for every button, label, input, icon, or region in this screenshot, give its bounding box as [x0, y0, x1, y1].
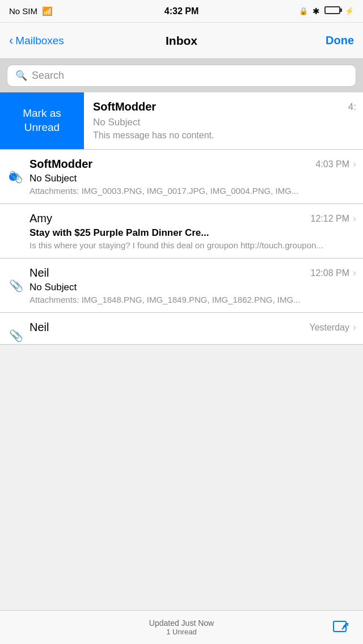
search-icon: 🔍	[15, 70, 27, 82]
status-time: 4:32 PM	[164, 6, 199, 16]
nav-bar: ‹ Mailboxes Inbox Done	[0, 23, 363, 59]
mark-as-unread-button[interactable]: Mark as Unread	[0, 92, 84, 149]
email-sender: SoftModder	[29, 158, 92, 171]
email-item-3[interactable]: 📎 Neil 12:08 PM › No Subject Attachments…	[0, 259, 363, 313]
email-header: Neil Yesterday ›	[29, 321, 356, 334]
search-placeholder: Search	[32, 70, 64, 82]
back-chevron-icon: ‹	[9, 35, 13, 47]
bottom-bar: Updated Just Now 1 Unread	[0, 610, 363, 644]
swipe-email-header: SoftModder 4:	[93, 100, 356, 113]
email-chevron-icon: ›	[353, 267, 356, 279]
bottom-bar-status: Updated Just Now 1 Unread	[34, 618, 329, 636]
email-chevron-icon: ›	[353, 321, 356, 333]
email-sender: Amy	[29, 212, 52, 225]
attachment-icon: 📎	[9, 279, 23, 293]
email-subject: No Subject	[29, 173, 356, 184]
back-button[interactable]: ‹ Mailboxes	[9, 35, 64, 47]
back-label: Mailboxes	[15, 35, 64, 47]
swipe-time: 4:	[348, 101, 356, 113]
email-chevron-icon: ›	[353, 158, 356, 170]
compose-button[interactable]	[329, 616, 352, 639]
email-subject: Stay with $25 Purple Palm Dinner Cre...	[29, 227, 356, 239]
email-header: SoftModder 4:03 PM ›	[29, 158, 356, 171]
email-time: 12:08 PM	[311, 268, 349, 278]
attachment-icon: 📎	[9, 329, 23, 342]
status-left: No SIM 📶	[9, 6, 53, 16]
done-button[interactable]: Done	[326, 34, 354, 47]
battery-container	[324, 6, 340, 16]
mark-unread-label: Mark as Unread	[23, 107, 61, 134]
email-preview: Is this where your staying? I found this…	[29, 240, 356, 250]
email-time-container: 12:12 PM ›	[311, 213, 356, 224]
swipe-email-item: Mark as Unread SoftModder 4: No Subject …	[0, 92, 363, 150]
email-sender: Neil	[29, 266, 49, 279]
email-item-2[interactable]: Amy 12:12 PM › Stay with $25 Purple Palm…	[0, 204, 363, 259]
bluetooth-icon: ✱	[313, 6, 320, 16]
email-preview: Attachments: IMG_0003.PNG, IMG_0017.JPG,…	[29, 186, 356, 196]
status-right: 🔒 ✱ ⚡	[299, 6, 354, 16]
email-header: Neil 12:08 PM ›	[29, 266, 356, 279]
email-time: Yesterday	[309, 323, 349, 333]
battery-icon	[324, 6, 340, 14]
swipe-sender: SoftModder	[93, 100, 156, 113]
email-item-1[interactable]: 📎 SoftModder 4:03 PM › No Subject Attach…	[0, 150, 363, 204]
wifi-icon: 📶	[42, 6, 53, 16]
email-time-container: Yesterday ›	[309, 321, 356, 333]
email-sender: Neil	[29, 321, 49, 334]
email-time-container: 12:08 PM ›	[311, 267, 356, 279]
unread-count-label: 1 Unread	[34, 628, 329, 636]
updated-label: Updated Just Now	[34, 618, 329, 628]
email-time-container: 4:03 PM ›	[315, 158, 356, 170]
battery-bolt: ⚡	[345, 7, 354, 15]
nav-title: Inbox	[166, 34, 197, 48]
email-time: 4:03 PM	[315, 159, 349, 170]
compose-icon	[332, 619, 349, 636]
email-chevron-icon: ›	[353, 213, 356, 224]
email-preview: Attachments: IMG_1848.PNG, IMG_1849.PNG,…	[29, 295, 356, 304]
swipe-preview: This message has no content.	[93, 130, 356, 141]
email-time: 12:12 PM	[311, 214, 349, 224]
swipe-email-content: SoftModder 4: No Subject This message ha…	[84, 92, 363, 149]
email-list: 📎 SoftModder 4:03 PM › No Subject Attach…	[0, 150, 363, 345]
lock-icon: 🔒	[299, 7, 308, 15]
attachment-icon: 📎	[9, 170, 23, 184]
search-container: 🔍 Search	[0, 59, 363, 92]
swipe-subject: No Subject	[93, 117, 356, 128]
email-item-4[interactable]: 📎 Neil Yesterday ›	[0, 313, 363, 345]
status-bar: No SIM 📶 4:32 PM 🔒 ✱ ⚡	[0, 0, 363, 23]
email-header: Amy 12:12 PM ›	[29, 212, 356, 225]
email-subject: No Subject	[29, 282, 356, 293]
carrier-label: No SIM	[9, 6, 37, 16]
search-bar[interactable]: 🔍 Search	[7, 65, 356, 87]
